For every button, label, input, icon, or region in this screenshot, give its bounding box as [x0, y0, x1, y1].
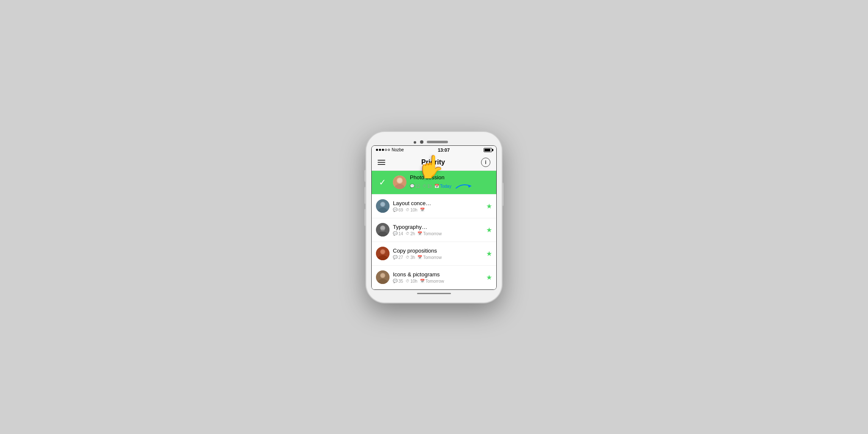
task-list: ✓ Photo session 💬 [372, 171, 496, 289]
task-content: Layout conce… 💬 69 ⏱ 10h 📅 [393, 200, 484, 212]
duration-value: 3h [410, 255, 415, 260]
date-meta: 📅 Tomorrow [417, 255, 442, 260]
task-meta: 💬 69 ⏱ 10h 📅 [393, 208, 484, 212]
task-title: Typography… [393, 224, 484, 230]
comment-icon: 💬 [393, 231, 398, 236]
calendar-icon: 📅 [420, 208, 425, 212]
phone-top [371, 137, 497, 145]
menu-line-1 [378, 160, 385, 161]
duration-meta: ⏱ 2h [406, 231, 415, 236]
task-content: Typography… 💬 14 ⏱ 2h 📅 Tomorrow [393, 224, 484, 236]
phone-device: Nozbe 13:07 Priority i ✓ [366, 132, 502, 303]
star-icon[interactable]: ★ [486, 202, 492, 210]
duration-value: 10h [410, 208, 417, 212]
phone-bottom [371, 290, 497, 298]
comment-icon: 💬 [393, 279, 398, 283]
comment-count: 14 [398, 231, 403, 236]
comments-meta: 💬 27 [393, 255, 403, 260]
date-meta: 📅 [420, 208, 425, 212]
mute-button [364, 170, 366, 182]
power-button [502, 183, 504, 206]
duration-value: 10h [410, 279, 417, 284]
comment-count: 12 [415, 184, 420, 189]
task-item[interactable]: Copy propositions 💬 27 ⏱ 3h 📅 Tomorrow [372, 242, 496, 266]
signal-dot-4 [385, 149, 387, 151]
avatar [376, 223, 389, 236]
task-content: Icons & pictograms 💬 35 ⏱ 10h 📅 Tomorr [393, 271, 484, 284]
task-title: Copy propositions [393, 248, 484, 254]
earpiece-speaker [427, 141, 448, 143]
task-content: Copy propositions 💬 27 ⏱ 3h 📅 Tomorrow [393, 248, 484, 260]
signal-dot-5 [388, 149, 390, 151]
date-value: Tomorrow [423, 255, 442, 260]
svg-point-3 [398, 178, 402, 183]
task-item[interactable]: ✓ Photo session 💬 [372, 171, 496, 195]
task-meta: 💬 27 ⏱ 3h 📅 Tomorrow [393, 255, 484, 260]
menu-button[interactable] [378, 160, 385, 165]
status-right [484, 148, 492, 152]
svg-point-13 [381, 229, 385, 232]
task-title: Photo session [410, 174, 492, 181]
status-time: 13:07 [438, 147, 450, 153]
volume-down-button [364, 209, 366, 226]
date-meta: 📅 Today [434, 184, 451, 189]
task-meta: 💬 35 ⏱ 10h 📅 Tomorrow [393, 279, 484, 284]
home-indicator [417, 293, 451, 294]
comments-meta: 💬 35 [393, 279, 403, 284]
comments-meta: 💬 14 [393, 231, 403, 236]
calendar-icon: 📅 [417, 255, 422, 259]
star-icon[interactable]: ★ [486, 273, 492, 281]
avatar [393, 175, 406, 189]
front-camera [420, 140, 423, 144]
clock-icon: ⏱ [423, 184, 426, 188]
battery-fill [484, 149, 490, 151]
comment-count: 35 [398, 279, 403, 284]
volume-up-button [364, 187, 366, 204]
swipe-arrow-icon [454, 182, 479, 190]
duration-meta: ⏱ 10h [406, 279, 417, 284]
task-item[interactable]: Icons & pictograms 💬 35 ⏱ 10h 📅 Tomorr [372, 266, 496, 289]
comments-meta: 💬 12 [410, 184, 420, 189]
date-value: Tomorrow [426, 279, 444, 284]
status-left: Nozbe [376, 147, 404, 152]
phone-screen: Nozbe 13:07 Priority i ✓ [371, 145, 497, 290]
task-title: Icons & pictograms [393, 271, 484, 278]
comments-meta: 💬 69 [393, 208, 403, 212]
calendar-icon: 📅 [417, 231, 422, 236]
signal-dot-3 [382, 149, 384, 151]
duration-meta: ⏱ 1h [423, 184, 432, 189]
check-box[interactable]: ✓ [372, 177, 393, 187]
page-title: Priority [421, 159, 445, 166]
task-content: Photo session 💬 12 ⏱ 1h 📅 Today [410, 174, 492, 190]
svg-point-8 [381, 203, 385, 206]
comment-count: 27 [398, 255, 403, 260]
battery-icon [484, 148, 492, 152]
task-meta: 💬 14 ⏱ 2h 📅 Tomorrow [393, 231, 484, 236]
avatar [376, 199, 389, 213]
star-icon[interactable]: ★ [486, 226, 492, 234]
task-item[interactable]: Layout conce… 💬 69 ⏱ 10h 📅 [372, 195, 496, 218]
duration-meta: ⏱ 10h [406, 208, 417, 212]
signal-dot-2 [379, 149, 381, 151]
calendar-icon: 📅 [420, 279, 425, 283]
date-meta: 📅 Tomorrow [417, 231, 442, 236]
info-button[interactable]: i [481, 158, 490, 167]
menu-line-2 [378, 162, 385, 163]
menu-line-3 [378, 164, 385, 165]
check-mark-icon: ✓ [379, 177, 386, 187]
calendar-icon: 📅 [434, 184, 439, 188]
avatar [376, 247, 389, 260]
duration-meta: ⏱ 3h [406, 255, 415, 260]
task-item[interactable]: Typography… 💬 14 ⏱ 2h 📅 Tomorrow [372, 218, 496, 242]
clock-icon: ⏱ [406, 208, 409, 212]
clock-icon: ⏱ [406, 231, 409, 236]
carrier-label: Nozbe [392, 147, 404, 152]
star-icon[interactable]: ★ [486, 250, 492, 258]
clock-icon: ⏱ [406, 279, 409, 283]
signal-dot-1 [376, 149, 378, 151]
svg-point-17 [381, 250, 385, 254]
nav-bar: Priority i [372, 154, 496, 171]
svg-point-21 [381, 274, 385, 278]
comment-icon: 💬 [410, 184, 415, 188]
avatar [376, 270, 389, 284]
